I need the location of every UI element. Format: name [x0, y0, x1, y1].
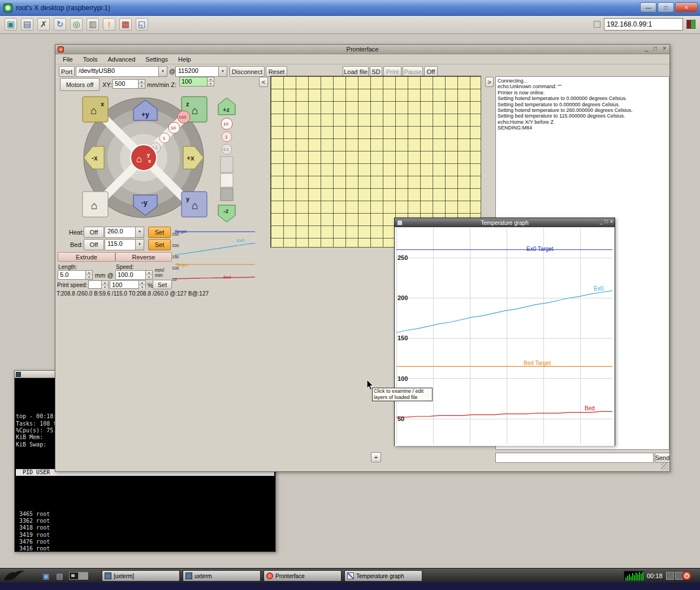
collapse-right-panel-button[interactable]: >: [485, 77, 494, 87]
save-session-icon[interactable]: ▤: [21, 18, 33, 31]
svg-text:0.1: 0.1: [223, 148, 229, 151]
taskbar-task-button[interactable]: Pronterface: [263, 570, 342, 582]
jog-controls[interactable]: ⌂ x z ⌂ ⌂ y ⌂ +y -y -x +x 100 10 1: [78, 94, 239, 224]
close-button[interactable]: ×: [610, 219, 613, 224]
temperature-graph-plot: Ex0 TargetEx0Bed TargetBed25020015010050: [395, 227, 615, 446]
stepper-arrows-icon[interactable]: ▲▼: [138, 80, 145, 88]
close-button[interactable]: ×: [661, 45, 668, 51]
print-speed-label: Print speed:: [57, 282, 87, 288]
minimize-button[interactable]: —: [640, 2, 656, 12]
send-button[interactable]: Send: [655, 453, 670, 463]
xy-feed-stepper[interactable]: 500 ▲▼: [113, 79, 145, 89]
menu-item[interactable]: Settings: [140, 55, 173, 63]
menu-item[interactable]: Advanced: [102, 55, 140, 63]
taskbar-task-button[interactable]: uxterm: [183, 570, 261, 582]
port-select[interactable]: /dev/ttyUSB0 ▼: [76, 66, 167, 77]
pager-desktop-1[interactable]: [69, 572, 79, 580]
vnc-title-bar[interactable]: root's X desktop (raspberrypi:1) — □ ×: [0, 0, 700, 16]
collapse-left-panel-button[interactable]: <: [259, 77, 268, 87]
print-speed-set-button[interactable]: Set: [153, 280, 172, 289]
svg-text:150: 150: [397, 335, 408, 341]
bed-target-select[interactable]: 115.0 ▼: [105, 239, 144, 250]
vnc-address-input[interactable]: [604, 18, 683, 31]
minimize-button[interactable]: _: [599, 219, 602, 224]
home-xy-button[interactable]: [131, 145, 157, 171]
stepper-arrows-icon[interactable]: ▲▼: [145, 271, 152, 279]
maximize-button[interactable]: □: [658, 2, 674, 12]
lxde-bird-logo-icon[interactable]: [2, 570, 25, 582]
minimize-button[interactable]: _: [643, 45, 650, 51]
pager-desktop-2[interactable]: [79, 572, 88, 580]
temperature-graph-title: Temperature graph: [481, 220, 529, 226]
svg-text:50: 50: [397, 415, 404, 422]
menu-item[interactable]: File: [58, 55, 78, 63]
stepper-arrows-icon[interactable]: ▲▼: [139, 281, 145, 288]
svg-text:-y: -y: [141, 199, 148, 207]
pronterface-title-bar[interactable]: Pronterface _ □ ×: [55, 45, 669, 54]
motors-off-button[interactable]: Motors off: [60, 78, 100, 91]
bed-set-button[interactable]: Set: [148, 239, 171, 250]
new-connection-icon[interactable]: ▣: [5, 18, 17, 31]
fullscreen-icon[interactable]: ◱: [136, 18, 148, 31]
desktop-pager[interactable]: [69, 572, 88, 580]
taskbar: ▣ ▤ [uxterm] uxterm Pronterface: [0, 568, 700, 583]
svg-text:200: 200: [172, 243, 179, 248]
heat-set-button[interactable]: Set: [148, 227, 171, 238]
task-icon: [185, 572, 192, 579]
disconnect-button[interactable]: Disconnect: [230, 66, 265, 77]
print-speed-slider[interactable]: ▲▼: [88, 280, 109, 289]
home-icon: ⌂: [91, 199, 97, 211]
z-feed-stepper[interactable]: 100 ▲▼: [179, 77, 214, 86]
svg-text:+y: +y: [141, 111, 149, 119]
chevron-down-icon[interactable]: ▼: [218, 67, 227, 76]
logout-power-button[interactable]: [682, 571, 692, 580]
pause-connection-icon[interactable]: !: [103, 18, 115, 31]
svg-text:1: 1: [225, 135, 228, 140]
extrude-length-stepper[interactable]: 5.0 ▲▼: [58, 270, 93, 280]
menu-item[interactable]: Help: [173, 55, 196, 63]
extrude-speed-stepper[interactable]: 100.0 ▲▼: [115, 270, 153, 280]
cpu-monitor-graph: [624, 571, 644, 581]
taskbar-task-button[interactable]: Temperature graph: [344, 570, 422, 582]
print-speed-stepper[interactable]: 100 ▲▼: [110, 280, 146, 289]
chevron-down-icon[interactable]: ▼: [135, 240, 144, 250]
port-rescan-button[interactable]: Port: [59, 66, 75, 77]
iconify-windows-icon[interactable]: ▤: [54, 571, 65, 582]
heat-off-button[interactable]: Off: [84, 227, 104, 238]
tray-screen-icon[interactable]: [666, 572, 674, 580]
extrude-button[interactable]: Extrude: [58, 252, 115, 262]
vnc-window-border: [0, 583, 700, 590]
stepper-arrows-icon[interactable]: ▲▼: [207, 77, 214, 86]
ctrl-alt-del-icon[interactable]: ▥: [87, 18, 99, 31]
maximize-button[interactable]: □: [604, 219, 607, 224]
resize-grip[interactable]: [661, 463, 668, 470]
menu-item[interactable]: Tools: [78, 55, 103, 63]
stepper-arrows-icon[interactable]: ▲▼: [101, 281, 108, 288]
mm-min-label: mm/ min: [155, 268, 171, 278]
zoom-in-button[interactable]: +: [371, 452, 381, 462]
taskbar-task-button[interactable]: [uxterm]: [102, 570, 180, 582]
refresh-icon[interactable]: ↻: [54, 18, 66, 31]
screenshot-icon[interactable]: ▩: [119, 18, 132, 31]
mm-at-label: mm @: [95, 272, 114, 279]
chevron-down-icon[interactable]: ▼: [158, 67, 167, 76]
temperature-graph-title-bar[interactable]: Temperature graph _ □ ×: [395, 218, 615, 227]
temperature-status-line: T:208.8 /260.0 B:59.6 /115.0 T0:208.8 /2…: [57, 290, 209, 297]
connection-options-icon[interactable]: ✗: [37, 18, 50, 31]
gcode-command-input[interactable]: [495, 453, 654, 463]
vnc-toolbar: ▣ ▤ ✗ ↻ ◎ ▥ ! ▩ ◱: [0, 16, 700, 34]
terminal-process-row: 3416 root: [16, 545, 274, 552]
svg-text:Bed Target: Bed Target: [524, 360, 551, 366]
reverse-button[interactable]: Reverse: [115, 252, 172, 262]
chevron-down-icon[interactable]: ▼: [135, 227, 144, 237]
terminal-window-icon: [16, 372, 21, 377]
svg-text:100: 100: [179, 115, 187, 120]
bed-off-button[interactable]: Off: [84, 239, 104, 250]
view-window-icon[interactable]: ◎: [70, 18, 83, 31]
baud-select[interactable]: 115200 ▼: [175, 66, 227, 77]
screen-lock-icon[interactable]: ▣: [41, 571, 51, 582]
maximize-button[interactable]: □: [652, 45, 659, 51]
close-button[interactable]: ×: [675, 2, 698, 12]
heat-target-select[interactable]: 260.0 ▼: [105, 227, 144, 238]
stepper-arrows-icon[interactable]: ▲▼: [85, 271, 92, 279]
